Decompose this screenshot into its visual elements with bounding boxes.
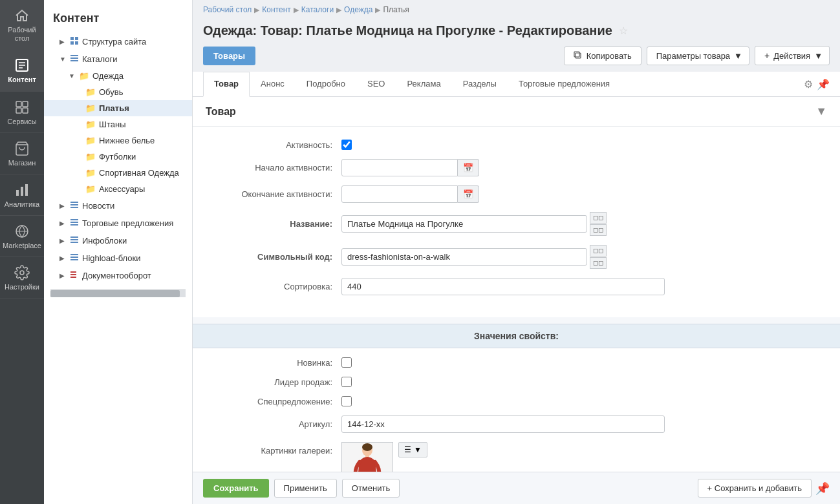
- nav-item-shoes[interactable]: 📁 Обувь: [44, 84, 192, 100]
- nav-item-pants[interactable]: 📁 Штаны: [44, 116, 192, 132]
- nav-item-offers[interactable]: ▶ Торговые предложения: [44, 215, 192, 232]
- sidebar-item-settings[interactable]: Настройки: [0, 257, 44, 299]
- active-checkbox[interactable]: [341, 140, 352, 150]
- end-date-picker-btn[interactable]: 📅: [458, 185, 479, 203]
- nav-item-underwear[interactable]: 📁 Нижнее белье: [44, 132, 192, 149]
- cancel-button[interactable]: Отменить: [342, 479, 400, 498]
- svg-point-38: [362, 443, 372, 451]
- svg-rect-32: [70, 271, 76, 273]
- nav-item-highload[interactable]: ▶ Highload-блоки: [44, 249, 192, 267]
- analytics-icon: [14, 182, 30, 198]
- nav-item-news[interactable]: ▶ Новости: [44, 197, 192, 215]
- sidebar-item-services[interactable]: Сервисы: [0, 92, 44, 133]
- name-extra-btn1[interactable]: ◻◻: [590, 212, 607, 224]
- sidebar-settings-label: Настройки: [5, 283, 39, 291]
- nav-item-dresses[interactable]: 📁 Платья: [44, 100, 192, 116]
- tab-anons[interactable]: Анонс: [250, 72, 296, 96]
- sidebar-item-content[interactable]: Контент: [0, 50, 44, 91]
- apply-button[interactable]: Применить: [274, 479, 337, 498]
- copy-icon: [574, 51, 583, 60]
- start-date-picker-btn[interactable]: 📅: [458, 159, 479, 176]
- breadcrumb: Рабочий стол ▶ Контент ▶ Каталоги ▶ Одеж…: [193, 0, 840, 19]
- tab-seo[interactable]: SEO: [356, 72, 396, 96]
- svg-rect-9: [16, 190, 19, 196]
- tab-trade[interactable]: Торговые предложения: [508, 72, 621, 96]
- params-button[interactable]: Параметры товара ▼: [647, 47, 749, 65]
- nav-item-catalogs[interactable]: ▼ Каталоги: [44, 50, 192, 68]
- tab-details[interactable]: Подробно: [296, 72, 356, 96]
- leader-checkbox[interactable]: [341, 377, 352, 387]
- section-header: Товар ▼: [193, 97, 840, 127]
- save-add-button[interactable]: + Сохранить и добавить: [698, 479, 812, 498]
- content-panel: Товар ▼ Активность: Начало активности: 📅…: [193, 97, 840, 472]
- save-button[interactable]: Сохранить: [203, 479, 269, 498]
- nav-shoes-label: Обувь: [99, 87, 123, 97]
- svg-rect-22: [70, 207, 78, 208]
- nav-item-tshirts[interactable]: 📁 Футболки: [44, 149, 192, 165]
- params-btn-label: Параметры товара: [656, 51, 730, 61]
- nav-item-clothing[interactable]: ▼ 📁 Одежда: [44, 68, 192, 84]
- tab-sections[interactable]: Разделы: [452, 72, 508, 96]
- tab-ads[interactable]: Реклама: [396, 72, 452, 96]
- nav-item-accessories[interactable]: 📁 Аксессуары: [44, 181, 192, 197]
- svg-rect-14: [75, 37, 78, 40]
- article-label: Артикул:: [206, 419, 341, 429]
- breadcrumb-clothing[interactable]: Одежда: [344, 5, 372, 14]
- sidebar-item-analytics[interactable]: Аналитика: [0, 174, 44, 216]
- breadcrumb-catalogs[interactable]: Каталоги: [301, 5, 334, 14]
- sidebar-content-label: Контент: [8, 76, 36, 84]
- tab-gear-icon[interactable]: ⚙: [804, 78, 813, 90]
- copy-button[interactable]: Копировать: [564, 47, 641, 65]
- start-date-wrap: 📅: [341, 159, 479, 176]
- tab-product[interactable]: Товар: [203, 72, 250, 97]
- sidebar-item-shop[interactable]: Магазин: [0, 133, 44, 174]
- name-input[interactable]: [341, 215, 587, 233]
- nav-tree: Контент ▶ Структура сайта ▼ Каталоги ▼ 📁…: [44, 0, 193, 504]
- sort-input[interactable]: [341, 278, 665, 295]
- code-extra-btn1[interactable]: ◻◻: [590, 245, 607, 257]
- gallery-thumbnail: [341, 442, 393, 472]
- save-add-pin-icon[interactable]: 📌: [815, 481, 830, 496]
- sidebar-desktop-label: Рабочий стол: [3, 26, 41, 43]
- sort-label: Сортировка:: [206, 282, 341, 291]
- breadcrumb-desktop[interactable]: Рабочий стол: [203, 5, 252, 14]
- copy-btn-label: Копировать: [587, 51, 632, 61]
- novinka-checkbox[interactable]: [341, 357, 352, 368]
- breadcrumb-content[interactable]: Контент: [262, 5, 290, 14]
- nav-item-infoblocks[interactable]: ▶ Инфоблоки: [44, 232, 192, 249]
- code-extra-btn2[interactable]: ◻◻: [590, 257, 607, 269]
- props-area: Новинка: Лидер продаж: Спецпредложение: …: [193, 348, 840, 472]
- section-collapse-icon[interactable]: ▼: [815, 105, 827, 118]
- gallery-menu-btn[interactable]: ☰ ▼: [398, 442, 427, 457]
- nav-pants-label: Штаны: [99, 120, 125, 129]
- breadcrumb-sep3: ▶: [336, 6, 341, 14]
- sidebar-item-desktop[interactable]: Рабочий стол: [0, 0, 44, 50]
- svg-point-12: [20, 271, 24, 275]
- special-checkbox[interactable]: [341, 396, 352, 406]
- folder-icon-accessories: 📁: [85, 184, 96, 194]
- form-row-sort: Сортировка:: [206, 278, 827, 295]
- nav-item-docflow[interactable]: ▶ Документооборот: [44, 267, 192, 284]
- nav-scrollbar-thumb[interactable]: [50, 290, 180, 297]
- tab-pin-icon[interactable]: 📌: [817, 78, 830, 90]
- start-date-input[interactable]: [341, 159, 458, 176]
- nav-scrollbar[interactable]: [50, 289, 186, 297]
- save-add-label: + Сохранить и добавить: [707, 483, 802, 493]
- sidebar-shop-label: Магазин: [8, 159, 36, 167]
- goods-button[interactable]: Товары: [203, 47, 255, 65]
- arrow-right-icon: ▶: [59, 38, 67, 46]
- form-row-code: Символьный код: ◻◻ ◻◻: [206, 245, 827, 269]
- nav-infoblocks-label: Инфоблоки: [82, 236, 127, 246]
- svg-rect-7: [23, 108, 28, 113]
- actions-button[interactable]: + Действия ▼: [755, 46, 830, 65]
- nav-item-structure[interactable]: ▶ Структура сайта: [44, 33, 192, 50]
- favorite-star-icon[interactable]: ☆: [619, 25, 628, 37]
- name-extra-btn2[interactable]: ◻◻: [590, 224, 607, 236]
- code-input[interactable]: [341, 248, 587, 266]
- sidebar-item-marketplace[interactable]: Marketplace: [0, 216, 44, 257]
- actions-dropdown-icon: ▼: [814, 51, 823, 61]
- article-input[interactable]: [341, 415, 665, 433]
- end-date-input[interactable]: [341, 185, 458, 203]
- nav-catalogs-label: Каталоги: [82, 54, 118, 64]
- nav-item-sport[interactable]: 📁 Спортивная Одежда: [44, 165, 192, 181]
